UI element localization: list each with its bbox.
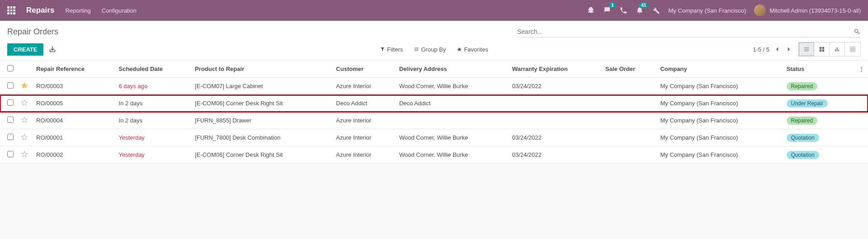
cell-delivery — [396, 112, 509, 129]
row-checkbox[interactable] — [7, 82, 14, 89]
star-icon[interactable] — [21, 82, 28, 89]
create-button[interactable]: CREATE — [7, 43, 43, 56]
favorites-button[interactable]: Favorites — [457, 46, 488, 53]
repair-orders-table: Repair Reference Scheduled Date Product … — [0, 61, 868, 164]
cell-sale — [602, 78, 656, 95]
cell-company: My Company (San Francisco) — [656, 95, 783, 112]
controlbar: Repair Orders CREATE Filters Group By Fa… — [0, 21, 868, 61]
favorites-label: Favorites — [464, 46, 488, 53]
pager-prev-icon[interactable] — [773, 45, 781, 53]
cell-ref: RO/00005 — [33, 95, 115, 112]
cell-product: [FURN_7800] Desk Combination — [191, 129, 332, 146]
row-checkbox[interactable] — [7, 99, 14, 106]
cell-sched: In 2 days — [115, 95, 192, 112]
topnav: Repairs Reporting Configuration 1 41 My … — [0, 0, 868, 21]
status-badge: Repaired — [787, 82, 818, 90]
row-checkbox[interactable] — [7, 117, 14, 123]
cell-product: [E-COM06] Corner Desk Right Sit — [191, 146, 332, 164]
messages-count: 1 — [609, 2, 616, 8]
cell-product: [E-COM06] Corner Desk Right Sit — [191, 95, 332, 112]
activities-count: 41 — [639, 2, 648, 8]
cell-sched: Yesterday — [115, 146, 192, 164]
col-sched[interactable]: Scheduled Date — [115, 61, 192, 78]
status-badge: Repaired — [787, 117, 818, 125]
cell-ref: RO/00002 — [33, 146, 115, 164]
star-icon[interactable] — [21, 99, 28, 106]
cell-warranty: 03/24/2022 — [509, 146, 602, 164]
cell-company: My Company (San Francisco) — [656, 78, 783, 95]
nav-configuration[interactable]: Configuration — [102, 7, 137, 14]
view-list-icon[interactable] — [799, 42, 814, 56]
star-icon[interactable] — [21, 116, 28, 123]
col-sale[interactable]: Sale Order — [602, 61, 656, 78]
status-badge: Quotation — [787, 151, 819, 159]
status-badge: Under Repair — [787, 99, 828, 108]
row-checkbox[interactable] — [7, 151, 14, 157]
nav-reporting[interactable]: Reporting — [65, 7, 90, 14]
cell-customer: Deco Addict — [332, 95, 396, 112]
cell-sale — [602, 146, 656, 164]
view-graph-icon[interactable] — [830, 42, 845, 56]
cell-warranty — [509, 112, 602, 129]
table-row[interactable]: RO/00001 Yesterday [FURN_7800] Desk Comb… — [0, 129, 868, 146]
groupby-button[interactable]: Group By — [414, 46, 446, 53]
view-kanban-icon[interactable] — [814, 42, 830, 56]
star-icon[interactable] — [21, 133, 28, 141]
phone-icon[interactable] — [619, 6, 627, 14]
cell-delivery: Wood Corner, Willie Burke — [396, 129, 509, 146]
pager-next-icon[interactable] — [785, 45, 793, 53]
cell-product: [FURN_8855] Drawer — [191, 112, 332, 129]
cell-sale — [602, 112, 656, 129]
cell-company: My Company (San Francisco) — [656, 146, 783, 164]
status-badge: Quotation — [787, 134, 819, 142]
row-checkbox[interactable] — [7, 134, 14, 140]
search-input[interactable] — [517, 28, 854, 35]
groupby-label: Group By — [421, 46, 446, 53]
cell-sale — [602, 129, 656, 146]
app-title[interactable]: Repairs — [26, 6, 54, 15]
select-all-checkbox[interactable] — [7, 65, 14, 71]
col-company[interactable]: Company — [656, 61, 783, 78]
table-row[interactable]: RO/00005 In 2 days [E-COM06] Corner Desk… — [0, 95, 868, 112]
avatar — [754, 5, 766, 16]
col-delivery[interactable]: Delivery Address — [396, 61, 509, 78]
filters-button[interactable]: Filters — [380, 46, 403, 53]
col-customer[interactable]: Customer — [332, 61, 396, 78]
col-product[interactable]: Product to Repair — [191, 61, 332, 78]
searchbox — [517, 26, 861, 37]
cell-delivery: Deco Addict — [396, 95, 509, 112]
cell-sched: 6 days ago — [115, 78, 192, 95]
company-selector[interactable]: My Company (San Francisco) — [668, 7, 746, 14]
view-pivot-icon[interactable] — [845, 42, 860, 56]
table-row[interactable]: RO/00004 In 2 days [FURN_8855] Drawer Az… — [0, 112, 868, 129]
filters-label: Filters — [387, 46, 403, 53]
cell-ref: RO/00001 — [33, 129, 115, 146]
cell-sched: In 2 days — [115, 112, 192, 129]
col-warranty[interactable]: Warranty Expiration — [509, 61, 602, 78]
cell-warranty: 03/24/2022 — [509, 129, 602, 146]
cell-warranty: 03/24/2022 — [509, 78, 602, 95]
column-options-icon[interactable]: ⋮ — [855, 61, 868, 78]
user-menu[interactable]: Mitchell Admin (13934073-15-0-all) — [754, 5, 861, 16]
cell-ref: RO/00003 — [33, 78, 115, 95]
star-icon[interactable] — [21, 150, 28, 158]
cell-warranty — [509, 95, 602, 112]
col-status[interactable]: Status — [783, 61, 855, 78]
debug-icon[interactable] — [587, 6, 595, 14]
tools-icon[interactable] — [652, 6, 660, 14]
table-row[interactable]: RO/00003 6 days ago [E-COM07] Large Cabi… — [0, 78, 868, 95]
activities-icon[interactable]: 41 — [636, 6, 644, 15]
cell-customer: Azure Interior — [332, 78, 396, 95]
cell-customer: Azure Interior — [332, 112, 396, 129]
pager-text[interactable]: 1-5 / 5 — [753, 46, 769, 53]
cell-delivery: Wood Corner, Willie Burke — [396, 78, 509, 95]
col-ref[interactable]: Repair Reference — [33, 61, 115, 78]
apps-icon[interactable] — [7, 6, 15, 14]
cell-delivery: Wood Corner, Willie Burke — [396, 146, 509, 164]
search-icon[interactable] — [854, 28, 861, 35]
download-icon[interactable] — [49, 46, 56, 53]
messages-icon[interactable]: 1 — [603, 6, 611, 15]
table-row[interactable]: RO/00002 Yesterday [E-COM06] Corner Desk… — [0, 146, 868, 164]
cell-ref: RO/00004 — [33, 112, 115, 129]
user-name: Mitchell Admin (13934073-15-0-all) — [769, 7, 861, 14]
